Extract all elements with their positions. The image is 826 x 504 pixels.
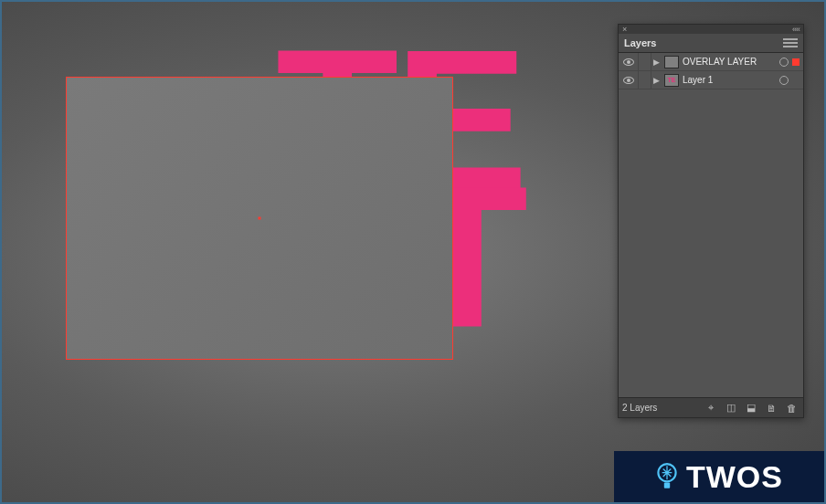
lightbulb-icon (655, 462, 679, 491)
layer-thumbnail (664, 56, 679, 68)
panel-tab[interactable]: Layers (619, 34, 803, 53)
watermark-text: TWOS (686, 459, 783, 495)
delete-layer-icon[interactable]: 🗑 (783, 401, 800, 415)
bbox-center-indicator (259, 217, 261, 220)
eye-icon (623, 58, 634, 66)
layers-panel: × «« Layers ▶ OVERLAY LAYER ▶ TE Layer 1… (618, 24, 804, 418)
visibility-toggle[interactable] (619, 53, 639, 71)
panel-collapse-icon[interactable]: «« (792, 25, 800, 34)
new-layer-icon[interactable]: 🗎 (763, 401, 779, 415)
layer-row[interactable]: ▶ OVERLAY LAYER (619, 53, 803, 71)
panel-footer: 2 Layers ⌖ ◫ ⬓ 🗎 🗑 (619, 397, 803, 417)
layer-row[interactable]: ▶ TE Layer 1 (619, 71, 803, 89)
overlay-rectangle[interactable] (66, 77, 453, 360)
panel-title: Layers (624, 37, 656, 48)
locate-object-icon[interactable]: ⌖ (703, 401, 719, 415)
panel-menu-icon[interactable] (783, 38, 798, 47)
layer-thumbnail: TE (664, 74, 679, 87)
layer-name[interactable]: Layer 1 (683, 75, 778, 85)
layer-list: ▶ OVERLAY LAYER ▶ TE Layer 1 (619, 53, 803, 397)
eye-icon (623, 77, 634, 84)
selection-indicator[interactable] (792, 77, 800, 84)
lock-toggle[interactable] (639, 71, 651, 89)
selection-indicator[interactable] (792, 58, 800, 66)
target-icon[interactable] (779, 76, 789, 85)
svg-rect-1 (664, 482, 670, 488)
new-sublayer-icon[interactable]: ⬓ (743, 401, 759, 415)
disclosure-triangle-icon[interactable]: ▶ (651, 76, 661, 85)
target-icon[interactable] (779, 58, 789, 67)
layer-name[interactable]: OVERLAY LAYER (683, 57, 778, 67)
clipping-mask-icon[interactable]: ◫ (723, 401, 739, 415)
layer-count: 2 Layers (622, 403, 699, 413)
panel-close-icon[interactable]: × (622, 25, 627, 34)
panel-titlebar[interactable]: × «« (619, 25, 803, 34)
watermark: TWOS (614, 451, 824, 502)
disclosure-triangle-icon[interactable]: ▶ (651, 58, 661, 67)
lock-toggle[interactable] (639, 53, 651, 71)
visibility-toggle[interactable] (619, 71, 639, 89)
